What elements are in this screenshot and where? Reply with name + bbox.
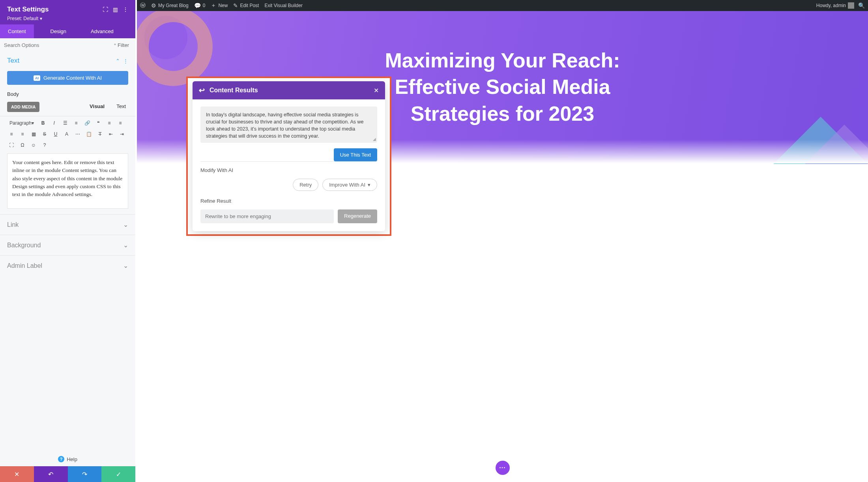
bullet-list-icon[interactable]: ☰ — [61, 119, 69, 127]
help-icon[interactable]: ? — [40, 141, 49, 149]
format-select[interactable]: Paragraph ▾ — [7, 119, 36, 127]
content-editor[interactable]: Your content goes here. Edit or remove t… — [7, 153, 128, 209]
chevron-down-icon: ⌄ — [123, 221, 128, 228]
fullscreen-icon[interactable]: ⛶ — [7, 141, 16, 149]
align-center-icon[interactable]: ≡ — [116, 119, 125, 127]
indent-icon[interactable]: ⇥ — [118, 130, 126, 138]
responsive-icon[interactable]: ▥ — [113, 6, 118, 13]
settings-panel: Text Settings ⛶ ▥ ⋮ Preset: Default ▾ Co… — [0, 0, 135, 320]
highlight-frame: ↩ Content Results ✕ In today's digital l… — [186, 77, 391, 236]
content-results-modal: ↩ Content Results ✕ In today's digital l… — [193, 81, 385, 231]
accordion-admin-label[interactable]: Admin Label⌄ — [0, 255, 135, 276]
refine-label: Refine Result — [200, 198, 377, 204]
hover-icon[interactable]: ⛶ — [103, 6, 108, 13]
wp-logo[interactable]: ⓦ — [140, 2, 146, 9]
accordion-background[interactable]: Background⌄ — [0, 235, 135, 255]
back-icon[interactable]: ↩ — [199, 86, 205, 95]
use-this-text-button[interactable]: Use This Text — [334, 148, 377, 161]
generate-ai-button[interactable]: AI Generate Content With AI — [7, 71, 128, 85]
align-justify-icon[interactable]: ≡ — [18, 130, 27, 138]
tab-design[interactable]: Design — [43, 24, 74, 38]
improve-with-ai-button[interactable]: Improve With AI▾ — [322, 179, 377, 191]
retry-button[interactable]: Retry — [293, 179, 318, 191]
exit-visual-builder[interactable]: Exit Visual Builder — [264, 3, 303, 8]
filter-button[interactable]: ⁺ Filter — [111, 41, 132, 49]
chevron-down-icon: ▾ — [368, 182, 370, 188]
comments-link[interactable]: 💬0 — [194, 2, 206, 9]
chevron-down-icon: ⌄ — [123, 262, 128, 269]
panel-title: Text Settings — [7, 6, 49, 13]
text-color-icon[interactable]: A — [62, 130, 71, 138]
regenerate-button[interactable]: Regenerate — [338, 209, 377, 223]
modify-label: Modify With AI — [200, 167, 377, 173]
strike-icon[interactable]: S — [40, 130, 49, 138]
editor-toolbar: Paragraph ▾ B I ☰ ≡ 🔗 ❝ ≡ ≡ ≡ ≡ ▦ S U A … — [0, 116, 135, 151]
ai-badge-icon: AI — [34, 75, 40, 81]
outdent-icon[interactable]: ⇤ — [107, 130, 115, 138]
resize-handle-icon[interactable]: ◢ — [373, 136, 376, 142]
decorative-ring — [137, 11, 213, 86]
italic-icon[interactable]: I — [50, 119, 58, 127]
bold-icon[interactable]: B — [39, 119, 47, 127]
accordion-link[interactable]: Link⌄ — [0, 214, 135, 235]
panel-header: Text Settings ⛶ ▥ ⋮ Preset: Default ▾ — [0, 0, 135, 24]
table-icon[interactable]: ▦ — [29, 130, 38, 138]
clear-format-icon[interactable]: T̶ — [95, 130, 104, 138]
link-icon[interactable]: 🔗 — [83, 119, 92, 127]
add-media-button[interactable]: ADD MEDIA — [7, 102, 39, 112]
quote-icon[interactable]: ❝ — [94, 119, 103, 127]
tab-content[interactable]: Content — [0, 24, 34, 38]
number-list-icon[interactable]: ≡ — [72, 119, 80, 127]
editor-tab-text[interactable]: Text — [114, 102, 128, 111]
paste-icon[interactable]: 📋 — [84, 130, 93, 138]
collapse-icon[interactable]: ⌃ — [116, 58, 120, 64]
search-input[interactable] — [4, 42, 111, 48]
new-link[interactable]: ＋New — [211, 2, 228, 9]
align-left-icon[interactable]: ≡ — [105, 119, 114, 127]
kebab-icon[interactable]: ⋮ — [123, 6, 128, 13]
modal-title: Content Results — [210, 87, 258, 94]
preset-selector[interactable]: Preset: Default ▾ — [7, 16, 128, 21]
wp-admin-bar: ⓦ ⚙My Great Blog 💬0 ＋New ✎Edit Post Exit… — [137, 0, 577, 11]
site-link[interactable]: ⚙My Great Blog — [151, 2, 189, 9]
refine-input[interactable] — [200, 209, 334, 223]
align-right-icon[interactable]: ≡ — [7, 130, 16, 138]
tab-advanced[interactable]: Advanced — [83, 24, 122, 38]
more-icon[interactable]: ⋯ — [73, 130, 82, 138]
editor-tab-visual[interactable]: Visual — [87, 102, 107, 111]
section-kebab-icon[interactable]: ⋮ — [123, 58, 128, 64]
chevron-down-icon: ⌄ — [123, 241, 128, 249]
emoji-icon[interactable]: ☺ — [29, 141, 38, 149]
panel-tabs: Content Design Advanced — [0, 24, 135, 38]
body-label: Body — [0, 90, 135, 99]
underline-icon[interactable]: U — [51, 130, 60, 138]
close-icon[interactable]: ✕ — [374, 87, 379, 94]
special-char-icon[interactable]: Ω — [18, 141, 27, 149]
generated-text-box[interactable]: In today's digital landscape, having eff… — [200, 106, 377, 143]
section-text-label[interactable]: Text — [7, 57, 19, 65]
edit-post-link[interactable]: ✎Edit Post — [233, 2, 259, 9]
